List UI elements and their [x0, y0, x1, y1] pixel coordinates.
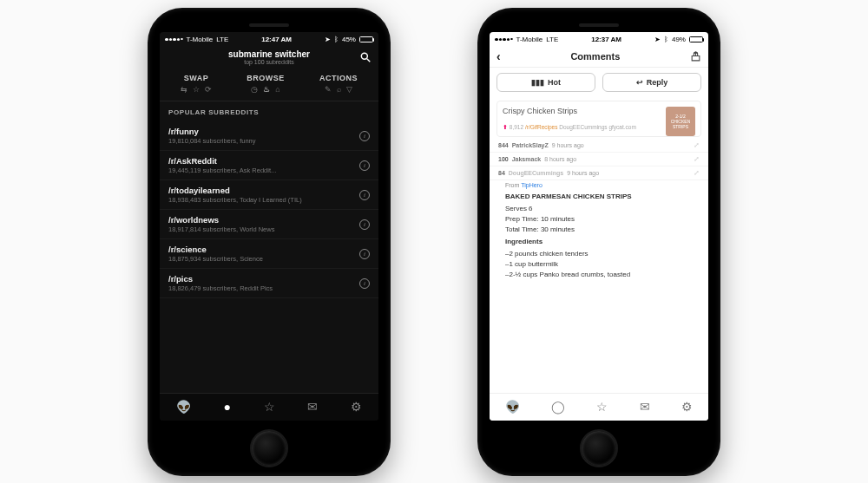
- tab-browse[interactable]: BROWSE ◷ ♨ ⌂: [247, 74, 285, 94]
- screen-left: T-Mobile LTE 12:47 AM ➤ ᛒ 45% submarine …: [160, 32, 378, 420]
- comment-row[interactable]: 844 PatrickSlayZ 9 hours ago ⤢: [490, 139, 708, 153]
- expand-icon[interactable]: ⤢: [694, 155, 700, 163]
- header-subtitle: top 100 subreddits: [160, 59, 378, 65]
- post-thumbnail[interactable]: 2-1/2 CHICKEN STRIPS: [666, 107, 695, 136]
- tab-swap[interactable]: SWAP ⇆ ☆ ⟳: [181, 74, 212, 94]
- bars-icon: ▮▮▮: [531, 78, 544, 87]
- network: LTE: [546, 36, 558, 43]
- phone-right: T-Mobile LTE 12:37 AM ➤ ᛒ 49% ‹ Comments…: [477, 8, 720, 476]
- location-icon: ➤: [654, 36, 661, 43]
- battery-pct: 45%: [342, 36, 356, 43]
- sort-hot-button[interactable]: ▮▮▮ Hot: [496, 73, 595, 92]
- compose-icon[interactable]: ✎: [325, 85, 332, 94]
- search-icon[interactable]: [359, 51, 372, 63]
- bottom-nav: 👽 ● ☆ ✉ ⚙: [160, 393, 378, 421]
- bluetooth-icon: ᛒ: [664, 36, 668, 43]
- status-bar: T-Mobile LTE 12:37 AM ➤ ᛒ 49%: [490, 32, 708, 46]
- header-title: Comments: [570, 51, 620, 62]
- tab-actions[interactable]: ACTIONS ✎ ⌕ ▽: [319, 74, 358, 94]
- recipe-title: BAKED PARMESAN CHICKEN STRIPS: [505, 193, 700, 200]
- bluetooth-icon: ᛒ: [334, 36, 339, 43]
- svg-point-0: [361, 54, 367, 60]
- list-item[interactable]: /r/todayilearned18,938,483 subscribers, …: [160, 180, 378, 210]
- info-icon[interactable]: i: [359, 219, 370, 230]
- phone-left: T-Mobile LTE 12:47 AM ➤ ᛒ 45% submarine …: [148, 8, 391, 476]
- star-icon[interactable]: ☆: [193, 85, 200, 94]
- network: LTE: [216, 36, 228, 43]
- button-row: ▮▮▮ Hot ↩ Reply: [490, 68, 708, 97]
- upvote-icon[interactable]: ⬆: [503, 124, 508, 130]
- carrier: T-Mobile: [187, 36, 214, 43]
- battery-icon: [689, 36, 703, 42]
- comment-row[interactable]: 84 DougEECummings 9 hours ago ⤢: [490, 166, 708, 180]
- random-icon[interactable]: ⟳: [205, 85, 212, 94]
- home-button[interactable]: [250, 429, 288, 467]
- expand-icon[interactable]: ⤢: [694, 169, 700, 177]
- header: ‹ Comments: [490, 46, 708, 68]
- header: submarine switcher top 100 subreddits: [160, 46, 378, 69]
- comment-row[interactable]: 100 Jaksmack 8 hours ago ⤢: [490, 153, 708, 166]
- share-icon[interactable]: [690, 51, 701, 62]
- info-icon[interactable]: i: [359, 190, 370, 200]
- clock-icon[interactable]: ◷: [251, 85, 258, 94]
- comment-body: From TipHero BAKED PARMESAN CHICKEN STRI…: [490, 180, 708, 286]
- header-title: submarine switcher: [160, 49, 378, 59]
- shuffle-icon[interactable]: ⇆: [181, 85, 187, 94]
- nav-alien-icon[interactable]: 👽: [176, 400, 191, 414]
- nav-star-icon[interactable]: ☆: [264, 400, 275, 414]
- source-link[interactable]: TipHero: [521, 182, 542, 188]
- signal-dots-icon: [495, 38, 513, 42]
- info-icon[interactable]: i: [359, 131, 370, 141]
- nav-mail-icon[interactable]: ✉: [640, 400, 650, 414]
- nav-circle-icon[interactable]: ◯: [551, 400, 565, 414]
- list-item[interactable]: /r/science18,875,934 subscribers, Scienc…: [160, 239, 378, 269]
- flame-icon[interactable]: ♨: [263, 85, 270, 94]
- list-item[interactable]: /r/AskReddit19,445,119 subscribers, Ask …: [160, 151, 378, 180]
- info-icon[interactable]: i: [359, 160, 370, 171]
- filter-icon[interactable]: ▽: [346, 85, 352, 94]
- battery-icon: [359, 36, 373, 42]
- expand-icon[interactable]: ⤢: [694, 141, 700, 149]
- search-small-icon[interactable]: ⌕: [337, 85, 341, 94]
- clock: 12:47 AM: [261, 36, 292, 43]
- nav-mail-icon[interactable]: ✉: [307, 400, 318, 414]
- nav-star-icon[interactable]: ☆: [596, 400, 608, 414]
- clock: 12:37 AM: [591, 36, 621, 43]
- section-header: POPULAR SUBREDDITS: [160, 101, 378, 121]
- info-icon[interactable]: i: [359, 278, 370, 289]
- list-item[interactable]: /r/funny19,810,084 subscribers, funnyi: [160, 121, 378, 151]
- subreddit-list[interactable]: /r/funny19,810,084 subscribers, funnyi /…: [160, 121, 378, 392]
- svg-line-1: [367, 59, 371, 62]
- list-item[interactable]: /r/worldnews18,917,814 subscribers, Worl…: [160, 210, 378, 239]
- phone-speaker: [249, 23, 289, 28]
- battery-pct: 49%: [672, 36, 686, 43]
- screen-right: T-Mobile LTE 12:37 AM ➤ ᛒ 49% ‹ Comments…: [490, 32, 708, 420]
- location-icon: ➤: [325, 36, 331, 43]
- action-tabs: SWAP ⇆ ☆ ⟳ BROWSE ◷ ♨ ⌂ ACTIONS ✎: [160, 69, 378, 101]
- nav-gear-icon[interactable]: ⚙: [351, 400, 362, 414]
- status-bar: T-Mobile LTE 12:47 AM ➤ ᛒ 45%: [160, 32, 378, 46]
- nav-gear-icon[interactable]: ⚙: [681, 400, 693, 414]
- signal-dots-icon: [165, 38, 183, 42]
- home-icon[interactable]: ⌂: [275, 85, 279, 94]
- nav-alien-icon[interactable]: 👽: [505, 400, 520, 414]
- bottom-nav: 👽 ◯ ☆ ✉ ⚙: [490, 393, 708, 421]
- list-item[interactable]: /r/pics18,826,479 subscribers, Reddit Pi…: [160, 269, 378, 298]
- ingredients-header: Ingredients: [505, 238, 700, 245]
- nav-circle-icon[interactable]: ●: [224, 400, 231, 414]
- home-button[interactable]: [580, 429, 618, 467]
- post-card[interactable]: Crispy Chicken Strips 2-1/2 CHICKEN STRI…: [496, 101, 701, 137]
- reply-button[interactable]: ↩ Reply: [602, 73, 701, 92]
- reply-arrow-icon: ↩: [636, 78, 643, 87]
- carrier: T-Mobile: [516, 36, 543, 43]
- info-icon[interactable]: i: [359, 249, 370, 259]
- phone-speaker: [579, 23, 619, 28]
- back-button[interactable]: ‹: [496, 49, 501, 63]
